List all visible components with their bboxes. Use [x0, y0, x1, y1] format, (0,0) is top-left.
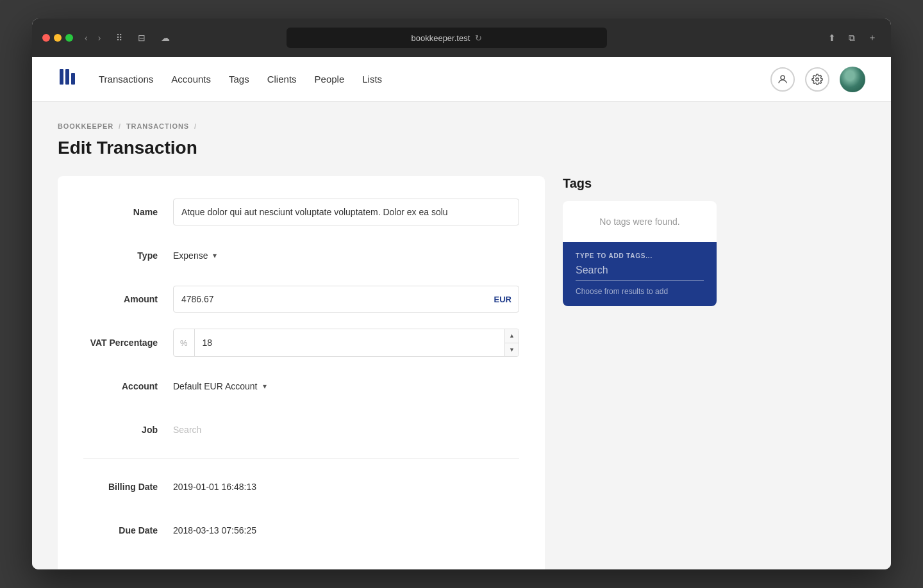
tags-hint: Choose from results to add [576, 287, 704, 296]
traffic-lights [42, 34, 73, 42]
address-bar[interactable]: bookkeeper.test ↻ [287, 28, 607, 48]
traffic-light-green[interactable] [65, 34, 73, 42]
due-date-label: Due Date [83, 525, 173, 535]
nav-item-accounts[interactable]: Accounts [171, 74, 211, 85]
billing-date-control: 2019-01-01 16:48:13 [173, 481, 519, 493]
traffic-light-yellow[interactable] [54, 34, 62, 42]
account-dropdown-arrow: ▾ [263, 382, 267, 391]
form-divider [83, 458, 519, 459]
type-dropdown-arrow: ▾ [213, 251, 217, 260]
name-input[interactable] [173, 199, 519, 225]
nav-item-tags[interactable]: Tags [229, 74, 249, 85]
logo [58, 67, 78, 92]
browser-window: ‹ › ⠿ ⊟ ☁ bookkeeper.test ↻ ⬆ ⧉ ＋ [32, 19, 891, 569]
back-button[interactable]: ‹ [81, 30, 92, 45]
content-layout: Name Type Expense ▾ [58, 176, 865, 569]
amount-control: EUR [173, 286, 519, 313]
billing-date-value[interactable]: 2019-01-01 16:48:13 [173, 482, 256, 492]
new-tab-button[interactable]: ＋ [864, 29, 881, 46]
svg-rect-2 [71, 73, 75, 85]
currency-label: EUR [494, 295, 511, 304]
received-label: Received [83, 569, 173, 569]
vat-decrement-button[interactable]: ▼ [505, 343, 519, 357]
avatar-image [840, 67, 865, 92]
billing-date-label: Billing Date [83, 482, 173, 492]
nav-item-transactions[interactable]: Transactions [99, 74, 153, 85]
cloud-button[interactable]: ☁ [157, 30, 174, 45]
traffic-light-red[interactable] [42, 34, 50, 42]
share-button[interactable]: ⬆ [824, 29, 840, 46]
nav-item-people[interactable]: People [315, 74, 345, 85]
page-title: Edit Transaction [58, 138, 865, 158]
vat-input[interactable] [195, 329, 505, 356]
form-row-amount: Amount EUR [83, 284, 519, 314]
amount-label: Amount [83, 294, 173, 304]
tags-card: No tags were found. TYPE TO ADD TAGS... … [563, 201, 717, 306]
vat-control: % ▲ ▼ [173, 329, 519, 357]
breadcrumb-home[interactable]: BOOKKEEPER [58, 122, 113, 130]
amount-input-wrap: EUR [173, 286, 519, 313]
form-row-account: Account Default EUR Account ▾ [83, 371, 519, 402]
settings-button[interactable] [805, 67, 829, 92]
address-text: bookkeeper.test [411, 33, 470, 43]
vat-stepper: ▲ ▼ [504, 329, 519, 356]
reload-button[interactable]: ↻ [475, 33, 482, 43]
form-row-due-date: Due Date 2018-03-13 07:56:25 [83, 515, 519, 546]
account-control: Default EUR Account ▾ [173, 381, 519, 391]
account-select[interactable]: Default EUR Account ▾ [173, 381, 519, 391]
grid-button[interactable]: ⠿ [112, 30, 126, 45]
breadcrumb-section[interactable]: TRANSACTIONS [126, 122, 189, 130]
type-value: Expense [173, 250, 208, 261]
vat-label: VAT Percentage [83, 338, 173, 348]
received-control: Yes [173, 569, 519, 569]
browser-nav: ‹ › [81, 30, 104, 45]
vat-increment-button[interactable]: ▲ [505, 329, 519, 343]
due-date-value[interactable]: 2018-03-13 07:56:25 [173, 525, 256, 535]
tags-search-input[interactable] [576, 265, 704, 281]
account-value: Default EUR Account [173, 381, 258, 391]
form-row-vat: VAT Percentage % ▲ ▼ [83, 327, 519, 358]
tab-view-button[interactable]: ⊟ [134, 30, 149, 45]
received-checkbox-label: Yes [187, 569, 202, 569]
vat-percent-icon: % [174, 329, 195, 356]
form-row-type: Type Expense ▾ [83, 240, 519, 271]
breadcrumb-sep-2: / [194, 122, 197, 130]
tags-search-label: TYPE TO ADD TAGS... [576, 252, 704, 259]
nav-item-clients[interactable]: Clients [267, 74, 297, 85]
account-label: Account [83, 381, 173, 391]
amount-input[interactable] [173, 286, 519, 313]
form-row-billing-date: Billing Date 2019-01-01 16:48:13 [83, 471, 519, 502]
avatar[interactable] [840, 67, 865, 92]
name-label: Name [83, 207, 173, 217]
breadcrumb: BOOKKEEPER / TRANSACTIONS / [58, 122, 865, 130]
main-nav: Transactions Accounts Tags Clients Peopl… [99, 74, 770, 85]
job-search-placeholder[interactable]: Search [173, 425, 201, 435]
svg-rect-0 [60, 69, 63, 85]
page-content: BOOKKEEPER / TRANSACTIONS / Edit Transac… [32, 102, 891, 569]
user-button[interactable] [770, 67, 795, 92]
breadcrumb-sep-1: / [119, 122, 121, 130]
svg-point-4 [816, 78, 819, 81]
tags-empty-message: No tags were found. [563, 201, 717, 242]
browser-chrome: ‹ › ⠿ ⊟ ☁ bookkeeper.test ↻ ⬆ ⧉ ＋ [32, 19, 891, 57]
logo-icon [58, 67, 78, 92]
type-control: Expense ▾ [173, 250, 519, 261]
nav-item-lists[interactable]: Lists [362, 74, 382, 85]
browser-actions: ⬆ ⧉ ＋ [824, 29, 881, 46]
duplicate-tab-button[interactable]: ⧉ [845, 29, 859, 46]
form-row-job: Job Search [83, 414, 519, 445]
received-checkbox-row: Yes [173, 569, 519, 569]
due-date-control: 2018-03-13 07:56:25 [173, 525, 519, 536]
form-row-name: Name [83, 197, 519, 227]
job-control: Search [173, 424, 519, 436]
tags-search-box: TYPE TO ADD TAGS... Choose from results … [563, 242, 717, 306]
svg-point-3 [781, 76, 785, 79]
svg-rect-1 [65, 69, 69, 85]
type-label: Type [83, 250, 173, 261]
forward-button[interactable]: › [94, 30, 105, 45]
app-content: Transactions Accounts Tags Clients Peopl… [32, 57, 891, 569]
type-select[interactable]: Expense ▾ [173, 250, 519, 261]
tags-sidebar: Tags No tags were found. TYPE TO ADD TAG… [563, 176, 717, 306]
form-card: Name Type Expense ▾ [58, 176, 545, 569]
vat-input-wrap: % ▲ ▼ [173, 329, 519, 357]
